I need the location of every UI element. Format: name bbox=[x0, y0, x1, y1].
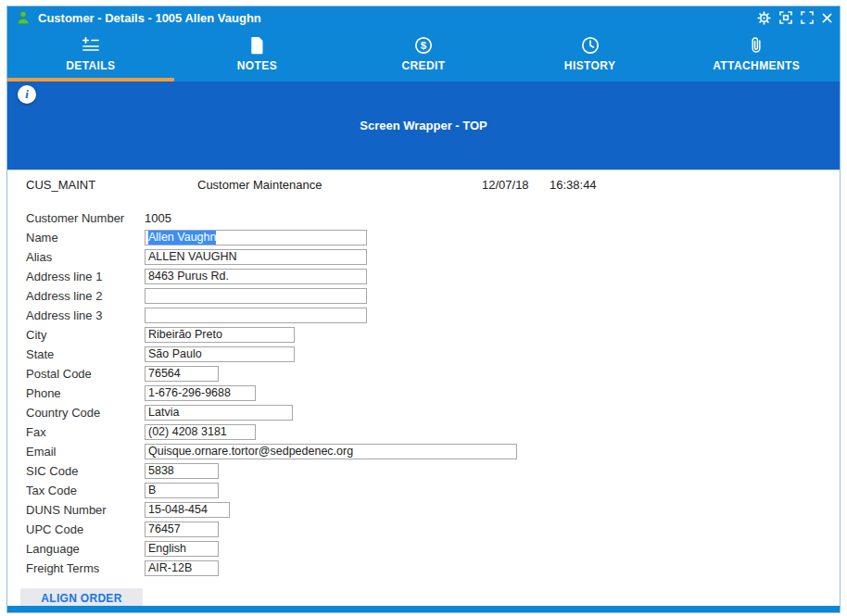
field-input-city[interactable]: Ribeirão Preto bbox=[145, 327, 295, 343]
form-row: Address line 3 bbox=[26, 306, 840, 325]
tab-label: ATTACHMENTS bbox=[713, 59, 800, 72]
customer-form: Customer Number1005NameAllen VaughnAlias… bbox=[26, 208, 840, 578]
screen-title: Customer Maintenance bbox=[197, 178, 482, 192]
history-icon bbox=[581, 35, 600, 56]
field-label: Name bbox=[26, 231, 145, 245]
field-input-address-line-3[interactable] bbox=[145, 308, 367, 323]
screen-header-row: CUS_MAINT Customer Maintenance 12/07/18 … bbox=[26, 170, 840, 194]
field-input-alias[interactable]: ALLEN VAUGHN bbox=[145, 249, 367, 265]
tab-credit[interactable]: $CREDIT bbox=[340, 29, 507, 82]
field-input-duns-number[interactable]: 15-048-454 bbox=[145, 502, 230, 518]
attachments-icon bbox=[747, 35, 765, 56]
details-panel: CUS_MAINT Customer Maintenance 12/07/18 … bbox=[7, 170, 840, 609]
tab-label: CREDIT bbox=[401, 59, 445, 72]
form-row: Customer Number1005 bbox=[26, 208, 840, 228]
field-value: Ribeirão Preto bbox=[148, 328, 222, 342]
tab-bar: DETAILSNOTES$CREDITHISTORYATTACHMENTS bbox=[7, 29, 840, 82]
tab-history[interactable]: HISTORY bbox=[507, 29, 674, 82]
svg-text:$: $ bbox=[421, 40, 427, 51]
form-row: SIC Code5838 bbox=[26, 461, 840, 481]
field-value: 5838 bbox=[148, 464, 174, 478]
field-label: SIC Code bbox=[26, 464, 145, 478]
banner-text: Screen Wrapper - TOP bbox=[360, 119, 487, 132]
field-input-sic-code[interactable]: 5838 bbox=[145, 463, 219, 479]
screen-time: 16:38:44 bbox=[550, 178, 840, 192]
field-input-language[interactable]: English bbox=[145, 541, 219, 557]
screen-date: 12/07/18 bbox=[482, 178, 550, 192]
field-value: Allen Vaughn bbox=[148, 231, 216, 245]
tab-label: HISTORY bbox=[564, 59, 615, 72]
customer-person-icon bbox=[15, 9, 32, 26]
field-input-email[interactable]: Quisque.ornare.tortor@sedpedenec.org bbox=[145, 444, 517, 459]
field-label: Email bbox=[26, 445, 145, 459]
form-row: Fax(02) 4208 3181 bbox=[26, 422, 840, 442]
title-bar: Customer - Details - 1005 Allen Vaughn bbox=[7, 6, 840, 29]
form-row: NameAllen Vaughn bbox=[26, 228, 840, 247]
field-input-address-line-2[interactable] bbox=[145, 288, 367, 304]
form-row: Address line 18463 Purus Rd. bbox=[26, 267, 840, 286]
customer-details-window: Customer - Details - 1005 Allen Vaughn D… bbox=[6, 6, 841, 613]
field-label: Address line 1 bbox=[26, 270, 145, 283]
tab-details[interactable]: DETAILS bbox=[7, 29, 174, 82]
field-label: UPC Code bbox=[26, 522, 145, 536]
field-value: Quisque.ornare.tortor@sedpedenec.org bbox=[148, 445, 353, 459]
field-label: City bbox=[26, 328, 145, 342]
form-row: AliasALLEN VAUGHN bbox=[26, 247, 840, 267]
screen-wrapper-banner: Screen Wrapper - TOP bbox=[7, 82, 840, 170]
form-row: CityRibeirão Preto bbox=[26, 325, 840, 345]
field-input-state[interactable]: São Paulo bbox=[145, 346, 295, 362]
field-label: Tax Code bbox=[26, 484, 145, 497]
field-input-fax[interactable]: (02) 4208 3181 bbox=[145, 424, 256, 440]
field-value: AIR-12B bbox=[148, 561, 192, 575]
field-value: (02) 4208 3181 bbox=[148, 425, 227, 439]
field-value: 8463 Purus Rd. bbox=[148, 270, 229, 283]
field-label: Country Code bbox=[26, 406, 145, 420]
tab-label: DETAILS bbox=[66, 59, 115, 72]
field-input-phone[interactable]: 1-676-296-9688 bbox=[145, 385, 256, 401]
field-label: Phone bbox=[26, 386, 145, 400]
field-label: DUNS Number bbox=[26, 503, 145, 517]
restore-window-icon[interactable] bbox=[779, 11, 792, 24]
field-value: 76564 bbox=[148, 367, 181, 381]
field-value: B bbox=[148, 484, 156, 497]
notes-icon bbox=[249, 35, 265, 56]
field-value: 15-048-454 bbox=[148, 503, 208, 517]
settings-gear-icon[interactable] bbox=[757, 11, 771, 25]
field-label: Address line 3 bbox=[26, 308, 145, 322]
form-row: Postal Code76564 bbox=[26, 364, 840, 383]
form-row: DUNS Number15-048-454 bbox=[26, 500, 840, 520]
tab-attachments[interactable]: ATTACHMENTS bbox=[673, 29, 840, 82]
form-row: EmailQuisque.ornare.tortor@sedpedenec.or… bbox=[26, 442, 840, 461]
field-input-name[interactable]: Allen Vaughn bbox=[145, 230, 367, 245]
field-value-static: 1005 bbox=[145, 211, 171, 225]
field-label: Freight Terms bbox=[26, 561, 145, 575]
field-value: 1-676-296-9688 bbox=[148, 386, 231, 400]
form-row: Freight TermsAIR-12B bbox=[26, 559, 840, 578]
close-icon[interactable] bbox=[822, 13, 832, 23]
field-input-postal-code[interactable]: 76564 bbox=[145, 366, 219, 382]
field-value: English bbox=[148, 542, 186, 556]
field-label: Postal Code bbox=[26, 367, 145, 381]
window-controls bbox=[757, 11, 832, 25]
maximize-window-icon[interactable] bbox=[801, 11, 814, 24]
field-label: Address line 2 bbox=[26, 289, 145, 303]
window-title: Customer - Details - 1005 Allen Vaughn bbox=[38, 11, 261, 25]
field-value: ALLEN VAUGHN bbox=[148, 250, 237, 264]
field-input-upc-code[interactable]: 76457 bbox=[145, 522, 219, 537]
form-row: Address line 2 bbox=[26, 286, 840, 306]
form-row: LanguageEnglish bbox=[26, 539, 840, 559]
form-row: StateSão Paulo bbox=[26, 345, 840, 364]
form-row: Country CodeLatvia bbox=[26, 403, 840, 422]
field-input-address-line-1[interactable]: 8463 Purus Rd. bbox=[145, 269, 367, 284]
info-icon[interactable] bbox=[18, 85, 36, 104]
field-input-country-code[interactable]: Latvia bbox=[145, 405, 293, 421]
field-input-freight-terms[interactable]: AIR-12B bbox=[145, 560, 219, 576]
field-label: Alias bbox=[26, 250, 145, 264]
tab-label: NOTES bbox=[237, 59, 277, 72]
field-input-tax-code[interactable]: B bbox=[145, 483, 219, 498]
tab-notes[interactable]: NOTES bbox=[174, 29, 341, 82]
field-value: 76457 bbox=[148, 522, 181, 536]
credit-icon: $ bbox=[414, 35, 433, 56]
form-row: Phone1-676-296-9688 bbox=[26, 383, 840, 403]
form-row: Tax CodeB bbox=[26, 481, 840, 500]
